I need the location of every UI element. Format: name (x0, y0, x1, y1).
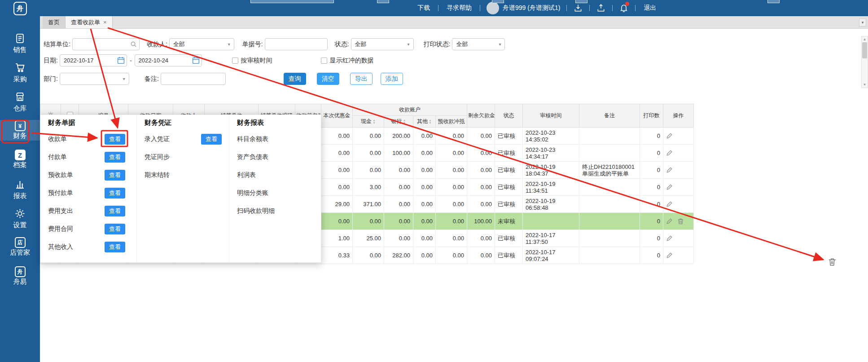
header-bank[interactable]: 银行▲▼ (384, 116, 413, 128)
payee-select[interactable]: 全部 ▾ (169, 38, 234, 50)
cell-remark (579, 145, 640, 162)
view-button[interactable]: 查看 (105, 134, 125, 145)
edit-icon[interactable] (666, 218, 673, 225)
cell-advance-offset: 0.00 (436, 162, 467, 179)
edit-icon[interactable] (666, 235, 673, 242)
query-button[interactable]: 查询 (284, 73, 306, 85)
cell-bank: 0.00 (384, 230, 413, 247)
section-title: 财务单据 (48, 119, 136, 128)
edit-icon[interactable] (666, 150, 673, 156)
scroll-down-icon[interactable]: ▼ (863, 82, 867, 88)
doc-no-input[interactable] (265, 38, 328, 50)
view-button[interactable]: 查看 (105, 206, 125, 216)
logout-link[interactable]: 退出 (639, 4, 661, 12)
scrollbar[interactable]: ▲ ▼ (861, 36, 868, 88)
upload-icon[interactable] (593, 4, 609, 13)
checkbox-icon[interactable] (321, 57, 327, 64)
sidebar-item-purchase[interactable]: 采购 (0, 62, 40, 82)
avatar[interactable] (487, 2, 499, 14)
dept-select[interactable]: ▾ (60, 73, 129, 85)
payee-label: 收款人: (147, 40, 167, 49)
edit-icon[interactable] (666, 252, 673, 259)
cell-audit-time: 2022-10-19 11:34:51 (523, 179, 579, 196)
cell-remaining: 0.00 (467, 230, 495, 247)
sidebar-item-settings[interactable]: 设置 (0, 207, 40, 228)
cell-advance-offset: 0.00 (436, 213, 467, 230)
sidebar-item-reports[interactable]: 报表 (0, 178, 40, 199)
print-status-select[interactable]: 全部 ▾ (452, 38, 505, 50)
tab-home[interactable]: 首页 (43, 16, 66, 28)
export-button[interactable]: 导出 (350, 73, 373, 85)
dept-label: 部门: (44, 75, 58, 83)
download-link[interactable]: 下载 (413, 4, 434, 12)
delete-icon[interactable] (677, 218, 684, 225)
help-link[interactable]: 寻求帮助 (442, 4, 476, 12)
menu-item-period-end-carryover: 期末结转 (145, 170, 222, 181)
view-button[interactable]: 查看 (201, 134, 222, 145)
sidebar-item-zhouyi[interactable]: 舟 舟易 (0, 266, 40, 287)
sort-icon[interactable]: ▲▼ (373, 119, 376, 124)
bell-icon[interactable] (616, 4, 631, 13)
sidebar-item-warehouse[interactable]: 仓库 (0, 91, 40, 111)
view-button[interactable]: 查看 (105, 170, 125, 181)
cell-discount: 0.00 (321, 162, 353, 179)
remark-label: 备注: (145, 75, 159, 83)
settle-unit-input[interactable] (72, 38, 140, 50)
download-icon[interactable] (570, 4, 586, 13)
cell-actions (663, 196, 694, 213)
cell-cash: 0.00 (353, 145, 384, 162)
username[interactable]: 舟谱999 (舟谱测试1) (503, 4, 563, 12)
view-button[interactable]: 查看 (105, 152, 125, 163)
cell-discount: 0.33 (321, 247, 353, 264)
store-icon: 店 (15, 237, 26, 248)
checkbox-icon[interactable] (232, 57, 238, 64)
sort-icon[interactable]: ▲▼ (429, 119, 432, 124)
sidebar-item-archive[interactable]: Z 档案 (0, 149, 40, 170)
add-button[interactable]: 添加 (381, 73, 403, 85)
search-icon[interactable] (130, 41, 137, 49)
chevron-down-icon: ▾ (123, 76, 125, 81)
header-other[interactable]: 其他▲▼ (413, 116, 436, 128)
sidebar-item-sales[interactable]: 销售 (0, 32, 40, 53)
edit-icon[interactable] (666, 201, 673, 207)
sidebar-item-finance[interactable]: ¥ 财务 (0, 120, 40, 141)
sort-icon[interactable]: ▲▼ (403, 119, 406, 124)
cell-audit-time: 2022-10-23 14:34:17 (523, 145, 579, 162)
divider (566, 5, 567, 11)
header-advance-offset[interactable]: 预收款冲抵 (436, 116, 467, 128)
header-status: 状态 (495, 104, 523, 128)
cell-audit-time: 2022-10-19 06:58:48 (523, 196, 579, 213)
view-button[interactable]: 查看 (105, 188, 125, 199)
clear-button[interactable]: 清空 (317, 73, 339, 85)
zhouyi-icon: 舟 (15, 266, 26, 277)
sidebar-items: 销售 采购 仓库 ¥ 财务 Z 档案 报表 (0, 32, 40, 287)
sales-icon (14, 33, 26, 46)
sidebar-item-store-manager[interactable]: 店 店管家 (0, 237, 40, 257)
cell-remaining: 100.00 (467, 213, 495, 230)
cell-discount: 0.00 (321, 128, 353, 145)
cell-prints: 0 (640, 145, 663, 162)
finance-reports-section: 财务报表 科目余额表 资产负债表 利润表 明细分类账 扫码收款明细 (229, 115, 321, 262)
header-cash[interactable]: 现金▲▼ (353, 116, 384, 128)
view-button[interactable]: 查看 (105, 224, 125, 234)
header-discount: 本次优惠金 (321, 104, 353, 128)
remark-input[interactable] (161, 73, 226, 85)
tab-list-dropdown[interactable]: ▾ (859, 18, 866, 26)
chart-icon (14, 179, 26, 192)
app-logo-icon[interactable]: 舟 (13, 2, 27, 15)
view-button[interactable]: 查看 (105, 242, 125, 252)
edit-icon[interactable] (666, 167, 673, 173)
tab-view-receipt[interactable]: 查看收款单 × (66, 16, 113, 28)
calendar-icon[interactable] (117, 57, 125, 66)
calendar-icon[interactable] (192, 57, 200, 66)
edit-icon[interactable] (666, 132, 673, 139)
by-audit-time-checkbox[interactable]: 按审核时间 (232, 57, 272, 65)
status-select[interactable]: 全部 ▾ (351, 38, 414, 50)
show-red-checkbox[interactable]: 显示红冲的数据 (321, 57, 374, 65)
close-icon[interactable]: × (103, 19, 107, 26)
scroll-up-icon[interactable]: ▲ (863, 36, 867, 42)
edit-icon[interactable] (666, 184, 673, 190)
menu-item-advance-payment: 预付款单 查看 (48, 188, 125, 199)
cell-advance-offset: 0.00 (436, 230, 467, 247)
scrollbar-thumb[interactable] (862, 42, 867, 58)
